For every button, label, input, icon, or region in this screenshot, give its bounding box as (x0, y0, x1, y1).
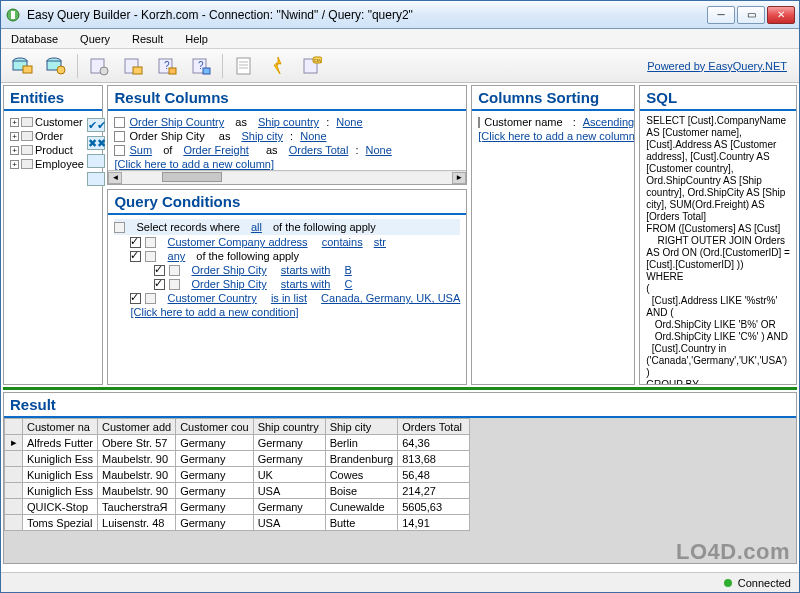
condition-row[interactable]: Order Ship City starts with C (154, 277, 460, 291)
side-tool-grid-icon[interactable] (87, 154, 105, 168)
table-row[interactable]: Kuniglich EssMaubelstr. 90GermanyUKCowes… (5, 467, 470, 483)
checkbox-icon[interactable] (130, 293, 141, 304)
col-header[interactable]: Ship city (325, 419, 398, 435)
slot-icon[interactable] (145, 251, 156, 262)
entity-icon (21, 145, 33, 155)
app-icon (5, 7, 21, 23)
side-tool-check-icon[interactable]: ✔✔ (87, 118, 105, 132)
result-col-row[interactable]: Order Ship Country as Ship country : Non… (114, 115, 460, 129)
app-window: Easy Query Builder - Korzh.com - Connect… (0, 0, 800, 593)
side-tool-list-icon[interactable] (87, 172, 105, 186)
statusbar: Connected (1, 572, 799, 592)
expand-icon[interactable]: + (10, 118, 19, 127)
scroll-right-icon[interactable]: ► (452, 172, 466, 184)
sql-panel: SQL SELECT [Cust].CompanyName AS [Custom… (639, 85, 797, 385)
tool-query-help-icon[interactable]: ? (152, 52, 182, 80)
row-selector-icon[interactable]: ▸ (5, 435, 23, 451)
tool-execute-icon[interactable] (263, 52, 293, 80)
col-header[interactable]: Customer na (23, 419, 98, 435)
checkbox-icon[interactable] (114, 117, 125, 128)
checkbox-icon[interactable] (154, 279, 165, 290)
add-condition-link[interactable]: [Click here to add a new condition] (130, 305, 460, 319)
checkbox-icon[interactable] (130, 251, 141, 262)
table-header-row: Customer na Customer add Customer cou Sh… (5, 419, 470, 435)
tool-query-new-icon[interactable] (84, 52, 114, 80)
slot-icon[interactable] (169, 279, 180, 290)
table-row[interactable]: QUICK-StopTaucherstraЯGermanyGermanyCune… (5, 499, 470, 515)
slot-icon[interactable] (145, 237, 156, 248)
col-header[interactable]: Ship country (253, 419, 325, 435)
powered-by-link[interactable]: Powered by EasyQuery.NET (647, 60, 793, 72)
result-col-row[interactable]: Sum of Order Freight as Orders Total : N… (114, 143, 460, 157)
tool-db-add-icon[interactable] (41, 52, 71, 80)
result-columns-title: Result Columns (108, 86, 466, 111)
tool-query-save-icon[interactable]: ? (186, 52, 216, 80)
slot-icon[interactable] (145, 293, 156, 304)
slot-icon[interactable] (169, 265, 180, 276)
table-row[interactable]: Toms SpezialLuisenstr. 48GermanyUSAButte… (5, 515, 470, 531)
expand-icon[interactable]: + (10, 160, 19, 169)
result-col-row[interactable]: Order Ship City as Ship city : None (114, 129, 460, 143)
condition-root[interactable]: Select records where all of the followin… (114, 219, 460, 235)
checkbox-icon[interactable] (114, 145, 125, 156)
sorting-panel: Columns Sorting Customer name : Ascendin… (471, 85, 635, 385)
row-header (5, 419, 23, 435)
menu-result[interactable]: Result (128, 31, 167, 47)
sort-row[interactable]: Customer name : Ascending (478, 115, 628, 129)
entities-title: Entities (4, 86, 102, 111)
titlebar: Easy Query Builder - Korzh.com - Connect… (1, 1, 799, 29)
col-header[interactable]: Orders Total (398, 419, 470, 435)
result-title: Result (4, 393, 796, 418)
scroll-thumb[interactable] (162, 172, 222, 182)
slot-icon[interactable] (114, 222, 125, 233)
hscrollbar[interactable]: ◄► (108, 170, 466, 184)
checkbox-icon[interactable] (154, 265, 165, 276)
svg-rect-18 (237, 58, 250, 74)
window-title: Easy Query Builder - Korzh.com - Connect… (27, 8, 707, 22)
menu-query[interactable]: Query (76, 31, 114, 47)
minimize-button[interactable]: ─ (707, 6, 735, 24)
expand-icon[interactable]: + (10, 132, 19, 141)
menu-database[interactable]: Database (7, 31, 62, 47)
condition-row[interactable]: Customer Company address contains str (130, 235, 460, 249)
result-panel: Result Customer na Customer add Customer… (3, 392, 797, 564)
condition-row[interactable]: Order Ship City starts with B (154, 263, 460, 277)
svg-point-7 (57, 66, 65, 74)
table-row[interactable]: Kuniglich EssMaubelstr. 90GermanyGermany… (5, 451, 470, 467)
col-header[interactable]: Customer add (98, 419, 176, 435)
sorting-title: Columns Sorting (472, 86, 634, 111)
table-row[interactable]: ▸Alfreds FutterObere Str. 57GermanyGerma… (5, 435, 470, 451)
expand-icon[interactable]: + (10, 146, 19, 155)
close-button[interactable]: ✕ (767, 6, 795, 24)
svg-point-9 (100, 67, 108, 75)
svg-rect-17 (203, 68, 210, 74)
condition-group[interactable]: any of the following apply (130, 249, 460, 263)
side-tool-clear-icon[interactable]: ✖✖ (87, 136, 105, 150)
conditions-title: Query Conditions (108, 190, 466, 215)
tool-page-icon[interactable] (229, 52, 259, 80)
col-header[interactable]: Customer cou (176, 419, 253, 435)
menu-help[interactable]: Help (181, 31, 212, 47)
tool-export-icon[interactable]: csv (297, 52, 327, 80)
entity-icon (21, 131, 33, 141)
checkbox-icon[interactable] (114, 131, 125, 142)
svg-rect-1 (11, 11, 15, 19)
condition-row[interactable]: Customer Country is in list Canada, Germ… (130, 291, 460, 305)
sql-title: SQL (640, 86, 796, 111)
add-sort-link[interactable]: [Click here to add a new column] (478, 129, 628, 143)
workarea: Entities +Customer +Order +Product +Empl… (1, 83, 799, 572)
maximize-button[interactable]: ▭ (737, 6, 765, 24)
tool-db-open-icon[interactable] (7, 52, 37, 80)
add-column-link[interactable]: [Click here to add a new column] (114, 157, 460, 170)
svg-marker-22 (274, 57, 281, 74)
scroll-left-icon[interactable]: ◄ (108, 172, 122, 184)
result-grid[interactable]: Customer na Customer add Customer cou Sh… (4, 418, 796, 563)
checkbox-icon[interactable] (478, 117, 480, 128)
result-divider[interactable] (3, 387, 797, 390)
status-dot-icon (724, 579, 732, 587)
sql-text[interactable]: SELECT [Cust].CompanyName AS [Customer n… (646, 115, 790, 384)
tool-query-open-icon[interactable] (118, 52, 148, 80)
svg-rect-4 (23, 66, 32, 73)
table-row[interactable]: Kuniglich EssMaubelstr. 90GermanyUSABois… (5, 483, 470, 499)
checkbox-icon[interactable] (130, 237, 141, 248)
